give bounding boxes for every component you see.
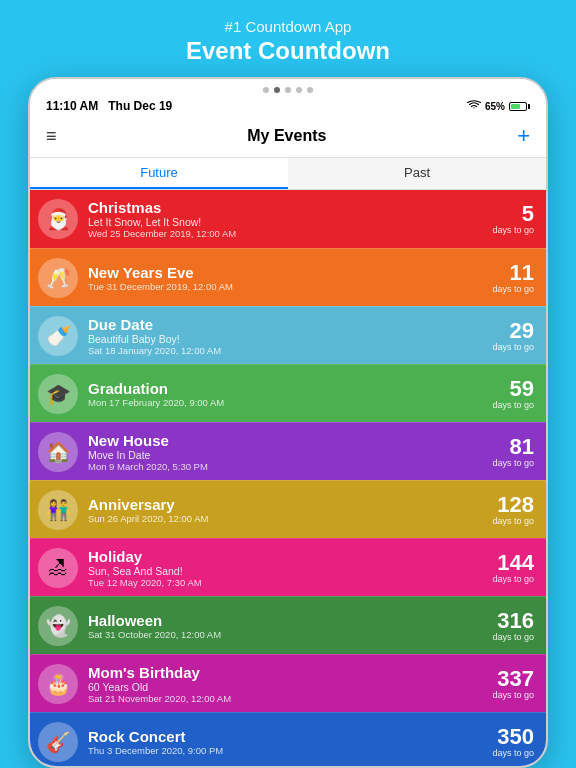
device-frame: 11:10 AM Thu Dec 19 65% ≡ My Ev bbox=[28, 77, 548, 768]
hamburger-menu[interactable]: ≡ bbox=[46, 126, 57, 147]
event-days: 81 bbox=[492, 436, 534, 458]
app-subtitle: #1 Countdown App bbox=[186, 18, 390, 35]
event-days-label: days to go bbox=[492, 284, 534, 294]
event-item[interactable]: 🎅 Christmas Let It Snow, Let It Snow! We… bbox=[30, 190, 546, 248]
event-icon: 🥂 bbox=[38, 258, 78, 298]
event-name: Rock Concert bbox=[88, 728, 484, 745]
event-days-label: days to go bbox=[492, 632, 534, 642]
event-info: Mom's Birthday 60 Years Old Sat 21 Novem… bbox=[88, 664, 484, 704]
event-item[interactable]: 👻 Halloween Sat 31 October 2020, 12:00 A… bbox=[30, 596, 546, 654]
event-info: Graduation Mon 17 February 2020, 9:00 AM bbox=[88, 380, 484, 408]
event-info: New Years Eve Tue 31 December 2019, 12:0… bbox=[88, 264, 484, 292]
event-subtitle: Beautiful Baby Boy! bbox=[88, 333, 484, 345]
tab-future[interactable]: Future bbox=[30, 158, 288, 189]
event-countdown: 59 days to go bbox=[492, 378, 534, 410]
event-item[interactable]: 🥂 New Years Eve Tue 31 December 2019, 12… bbox=[30, 248, 546, 306]
event-name: Halloween bbox=[88, 612, 484, 629]
event-days: 11 bbox=[492, 262, 534, 284]
wifi-icon bbox=[467, 100, 481, 112]
status-right-icons: 65% bbox=[467, 100, 530, 112]
event-name: Due Date bbox=[88, 316, 484, 333]
event-info: Holiday Sun, Sea And Sand! Tue 12 May 20… bbox=[88, 548, 484, 588]
event-subtitle: Move In Date bbox=[88, 449, 484, 461]
event-date: Sun 26 April 2020, 12:00 AM bbox=[88, 513, 484, 524]
event-name: Mom's Birthday bbox=[88, 664, 484, 681]
app-header: #1 Countdown App Event Countdown bbox=[186, 0, 390, 77]
battery-icon bbox=[509, 102, 530, 111]
event-countdown: 128 days to go bbox=[492, 494, 534, 526]
event-date: Sat 18 January 2020, 12:00 AM bbox=[88, 345, 484, 356]
event-info: Rock Concert Thu 3 December 2020, 9:00 P… bbox=[88, 728, 484, 756]
event-name: Anniversary bbox=[88, 496, 484, 513]
event-days: 316 bbox=[492, 610, 534, 632]
event-item[interactable]: 🎂 Mom's Birthday 60 Years Old Sat 21 Nov… bbox=[30, 654, 546, 712]
event-days-label: days to go bbox=[492, 574, 534, 584]
event-icon: 🏠 bbox=[38, 432, 78, 472]
event-date: Mon 9 March 2020, 5:30 PM bbox=[88, 461, 484, 472]
event-days: 59 bbox=[492, 378, 534, 400]
events-list: 🎅 Christmas Let It Snow, Let It Snow! We… bbox=[30, 190, 546, 766]
event-date: Tue 12 May 2020, 7:30 AM bbox=[88, 577, 484, 588]
event-name: New Years Eve bbox=[88, 264, 484, 281]
event-icon: 🎸 bbox=[38, 722, 78, 762]
event-days-label: days to go bbox=[492, 458, 534, 468]
event-countdown: 81 days to go bbox=[492, 436, 534, 468]
event-subtitle: Let It Snow, Let It Snow! bbox=[88, 216, 484, 228]
event-days: 350 bbox=[492, 726, 534, 748]
event-countdown: 316 days to go bbox=[492, 610, 534, 642]
event-days-label: days to go bbox=[492, 748, 534, 758]
event-subtitle: 60 Years Old bbox=[88, 681, 484, 693]
event-days: 337 bbox=[492, 668, 534, 690]
event-info: Due Date Beautiful Baby Boy! Sat 18 Janu… bbox=[88, 316, 484, 356]
event-days-label: days to go bbox=[492, 342, 534, 352]
event-info: Halloween Sat 31 October 2020, 12:00 AM bbox=[88, 612, 484, 640]
event-item[interactable]: 👫 Anniversary Sun 26 April 2020, 12:00 A… bbox=[30, 480, 546, 538]
event-days-label: days to go bbox=[492, 516, 534, 526]
event-date: Sat 31 October 2020, 12:00 AM bbox=[88, 629, 484, 640]
event-subtitle: Sun, Sea And Sand! bbox=[88, 565, 484, 577]
event-info: Christmas Let It Snow, Let It Snow! Wed … bbox=[88, 199, 484, 239]
event-days: 144 bbox=[492, 552, 534, 574]
page-dots bbox=[263, 87, 313, 93]
event-date: Tue 31 December 2019, 12:00 AM bbox=[88, 281, 484, 292]
event-item[interactable]: 🍼 Due Date Beautiful Baby Boy! Sat 18 Ja… bbox=[30, 306, 546, 364]
event-days-label: days to go bbox=[492, 225, 534, 235]
event-countdown: 350 days to go bbox=[492, 726, 534, 758]
status-bar: 11:10 AM Thu Dec 19 65% bbox=[30, 79, 546, 119]
event-date: Thu 3 December 2020, 9:00 PM bbox=[88, 745, 484, 756]
event-days-label: days to go bbox=[492, 690, 534, 700]
event-date: Wed 25 December 2019, 12:00 AM bbox=[88, 228, 484, 239]
event-name: Holiday bbox=[88, 548, 484, 565]
event-icon: 👻 bbox=[38, 606, 78, 646]
tab-past[interactable]: Past bbox=[288, 158, 546, 189]
tab-bar: Future Past bbox=[30, 158, 546, 190]
event-days: 128 bbox=[492, 494, 534, 516]
event-icon: 👫 bbox=[38, 490, 78, 530]
app-title: Event Countdown bbox=[186, 37, 390, 65]
event-name: Graduation bbox=[88, 380, 484, 397]
event-icon: 🍼 bbox=[38, 316, 78, 356]
nav-title: My Events bbox=[247, 127, 326, 145]
event-date: Mon 17 February 2020, 9:00 AM bbox=[88, 397, 484, 408]
event-name: Christmas bbox=[88, 199, 484, 216]
event-days: 29 bbox=[492, 320, 534, 342]
event-item[interactable]: 🎓 Graduation Mon 17 February 2020, 9:00 … bbox=[30, 364, 546, 422]
add-event-button[interactable]: + bbox=[517, 123, 530, 149]
event-countdown: 144 days to go bbox=[492, 552, 534, 584]
event-info: New House Move In Date Mon 9 March 2020,… bbox=[88, 432, 484, 472]
status-time: 11:10 AM Thu Dec 19 bbox=[46, 99, 172, 113]
event-icon: 🎂 bbox=[38, 664, 78, 704]
event-countdown: 29 days to go bbox=[492, 320, 534, 352]
battery-percent: 65% bbox=[485, 101, 505, 112]
event-days: 5 bbox=[492, 203, 534, 225]
event-icon: 🎅 bbox=[38, 199, 78, 239]
event-date: Sat 21 November 2020, 12:00 AM bbox=[88, 693, 484, 704]
event-item[interactable]: 🏖 Holiday Sun, Sea And Sand! Tue 12 May … bbox=[30, 538, 546, 596]
event-item[interactable]: 🏠 New House Move In Date Mon 9 March 202… bbox=[30, 422, 546, 480]
event-item[interactable]: 🎸 Rock Concert Thu 3 December 2020, 9:00… bbox=[30, 712, 546, 766]
event-countdown: 337 days to go bbox=[492, 668, 534, 700]
event-countdown: 5 days to go bbox=[492, 203, 534, 235]
event-days-label: days to go bbox=[492, 400, 534, 410]
event-info: Anniversary Sun 26 April 2020, 12:00 AM bbox=[88, 496, 484, 524]
event-countdown: 11 days to go bbox=[492, 262, 534, 294]
